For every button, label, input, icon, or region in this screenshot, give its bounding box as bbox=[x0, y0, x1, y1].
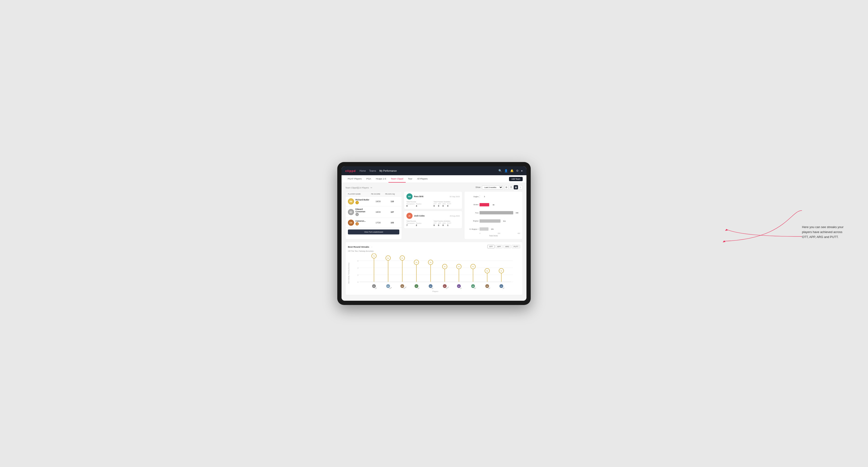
view-full-leaderboard-button[interactable]: View Full Leaderboard bbox=[348, 229, 399, 235]
rank-badge-3: 3 bbox=[355, 222, 359, 225]
settings-icon[interactable]: ⚙ bbox=[516, 169, 519, 173]
axis-200: 200 bbox=[498, 232, 500, 234]
streaks-svg-chart: 0 2 4 6 7x EE E. Ebert bbox=[350, 253, 520, 289]
table-row[interactable]: RB Richard Butler 1 19/20 110 bbox=[346, 197, 402, 206]
team-title: Team Clippd | 14 Players ✏ bbox=[345, 187, 372, 189]
time-filter-select[interactable]: Last 3 months Last 6 months Last 12 mont… bbox=[482, 185, 503, 189]
ott-col: OTT 0 bbox=[434, 222, 437, 226]
avatar: RB bbox=[348, 198, 354, 205]
col-player-name: PLAYER NAME bbox=[348, 193, 371, 195]
streak-filter-arg[interactable]: ARG bbox=[503, 245, 511, 248]
sub-nav-team-clippd[interactable]: Team Clippd bbox=[389, 175, 406, 183]
list-view-icon[interactable]: ☰ bbox=[509, 185, 513, 189]
app-value: 0 bbox=[438, 224, 441, 226]
streaks-chart-wrapper: Best Streak, Fairway Accuracy 0 2 4 bbox=[348, 253, 520, 292]
svg-text:6: 6 bbox=[358, 260, 359, 262]
sub-nav-hcaps[interactable]: Hcaps 1-5 bbox=[373, 175, 388, 183]
user-icon[interactable]: 👤 bbox=[504, 169, 508, 173]
edit-icon[interactable]: ✏ bbox=[371, 187, 372, 189]
chart-bar-pars: Pars 499 bbox=[467, 210, 520, 215]
nav-teams[interactable]: Teams bbox=[369, 169, 376, 172]
leaderboard-panel: PLAYER NAME PB SCORE PB AVG SQ RB Richar… bbox=[345, 191, 402, 239]
tablet-screen: clippd Home Teams My Performance 🔍 👤 🔔 ⚙… bbox=[342, 166, 526, 301]
card-stats: Total Rounds Tournament 8 Practice 4 bbox=[406, 201, 460, 207]
sub-nav-all-players[interactable]: All Players bbox=[415, 175, 430, 183]
app-col: APP 0 bbox=[438, 222, 441, 226]
streaks-chart-area: 0 2 4 6 7x EE E. Ebert bbox=[350, 253, 520, 292]
avatar: EC bbox=[348, 209, 354, 215]
nav-icons: 🔍 👤 🔔 ⚙ ● bbox=[498, 169, 523, 173]
svg-text:5x: 5x bbox=[415, 261, 417, 263]
tablet-frame: clippd Home Teams My Performance 🔍 👤 🔔 ⚙… bbox=[337, 162, 531, 305]
svg-text:RB: RB bbox=[486, 286, 488, 287]
add-team-button[interactable]: Add Team bbox=[509, 177, 523, 181]
bar-fill-eagles: 3 bbox=[479, 195, 480, 198]
col-pb-avg: PB AVG SQ bbox=[385, 193, 399, 195]
avatar-icon[interactable]: ● bbox=[521, 169, 523, 173]
card-view-icon[interactable]: ▦ bbox=[514, 185, 518, 189]
bell-icon[interactable]: 🔔 bbox=[510, 169, 514, 173]
axis-0: 0 bbox=[479, 232, 480, 234]
table-row[interactable]: CA Cameron... 3 17/20 103 bbox=[346, 218, 402, 228]
bar-fill-bogeys: 311 bbox=[479, 219, 500, 223]
bar-container-bogeys: 311 bbox=[479, 219, 520, 223]
sub-nav-pgat[interactable]: PGAT Players bbox=[345, 175, 364, 183]
stat-values: Tournament 7 Practice 2 bbox=[406, 222, 433, 226]
svg-text:2: 2 bbox=[358, 274, 359, 276]
nav-home[interactable]: Home bbox=[360, 169, 366, 172]
arg-value: 0 bbox=[442, 224, 446, 226]
nav-my-performance[interactable]: My Performance bbox=[379, 169, 397, 172]
view-icons: ⊞ ☰ ▦ ↕ bbox=[504, 185, 523, 189]
streaks-title: Best Round Streaks bbox=[348, 246, 369, 248]
player-details: Edward Crossman 2 bbox=[355, 208, 371, 216]
chart-bar-eagles: Eagles 3 bbox=[467, 194, 520, 199]
svg-text:0: 0 bbox=[358, 281, 359, 283]
svg-text:RB: RB bbox=[430, 286, 432, 287]
table-row[interactable]: EC Edward Crossman 2 18/20 107 bbox=[346, 206, 402, 218]
pb-avg: 110 bbox=[385, 200, 399, 203]
sub-nav-pga[interactable]: PGA bbox=[364, 175, 373, 183]
chart-bar-bogeys: Bogeys 311 bbox=[467, 218, 520, 224]
svg-text:4: 4 bbox=[358, 267, 359, 269]
main-content: Team Clippd | 14 Players ✏ Show Last 3 m… bbox=[342, 183, 526, 301]
chart-bar-d-bogeys: D. Bogeys + 131 bbox=[467, 226, 520, 231]
annotation-box: Here you can see streaks your players ha… bbox=[802, 225, 849, 239]
practice-activities-label: Total Practice Activities bbox=[434, 220, 460, 222]
players-x-label: Players bbox=[350, 290, 520, 292]
sub-nav-tour[interactable]: Tour bbox=[406, 175, 415, 183]
practice-stat-values: OTT 0 APP 0 ARG 0 bbox=[434, 203, 460, 207]
svg-text:6x: 6x bbox=[401, 257, 403, 259]
best-round-streaks-section: Best Round Streaks ← OTT APP ARG PUTT Of… bbox=[345, 242, 523, 295]
pb-score: 19/20 bbox=[371, 200, 385, 203]
search-icon[interactable]: 🔍 bbox=[498, 169, 502, 173]
svg-text:4x: 4x bbox=[444, 266, 446, 268]
streak-filter-buttons: OTT APP ARG PUTT bbox=[487, 245, 520, 248]
player-info: EC Edward Crossman 2 bbox=[348, 208, 371, 216]
streaks-titles: Best Round Streaks ← bbox=[348, 244, 373, 249]
tournament-value: 7 bbox=[406, 224, 414, 226]
table-view-icon[interactable]: ↕ bbox=[519, 185, 523, 189]
streaks-header: Best Round Streaks ← OTT APP ARG PUTT bbox=[348, 244, 520, 249]
chart-title: Total Shots bbox=[467, 235, 520, 237]
app-col: APP 0 bbox=[438, 203, 441, 207]
streak-filter-ott[interactable]: OTT bbox=[487, 245, 495, 248]
putt-value: 0 bbox=[447, 205, 451, 207]
annotation-arrows bbox=[719, 201, 804, 248]
putt-value: 1 bbox=[447, 224, 451, 226]
svg-text:CQ: CQ bbox=[500, 286, 502, 287]
svg-text:JC: JC bbox=[415, 286, 417, 287]
svg-text:EE: EE bbox=[373, 286, 375, 287]
bar-container-d-bogeys: 131 bbox=[479, 227, 520, 231]
arg-value: 0 bbox=[442, 205, 446, 207]
streak-filter-putt[interactable]: PUTT bbox=[512, 245, 520, 248]
card-player-name: Rees Britt bbox=[414, 195, 423, 198]
app-logo: clippd bbox=[345, 169, 356, 173]
axis-400: 400 bbox=[518, 232, 520, 234]
bar-container-pars: 499 bbox=[479, 211, 520, 214]
practice-stat-values: OTT 0 APP 0 ARG 0 bbox=[434, 222, 460, 226]
player-cards-panel: RB Rees Britt 02 Sep 2023 Total Rounds T… bbox=[404, 191, 462, 239]
leaderboard-header: PLAYER NAME PB SCORE PB AVG SQ bbox=[346, 191, 402, 197]
streak-filter-app[interactable]: APP bbox=[495, 245, 503, 248]
grid-view-icon[interactable]: ⊞ bbox=[504, 185, 508, 189]
card-date: 26 Aug 2023 bbox=[450, 215, 460, 217]
